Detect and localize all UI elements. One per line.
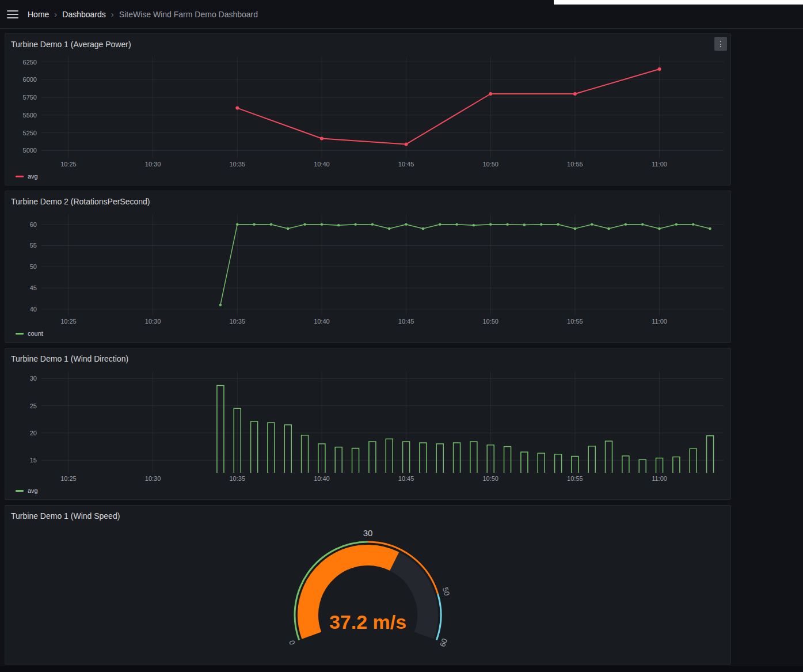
svg-text:10:45: 10:45 [398, 475, 414, 482]
svg-text:15: 15 [30, 457, 37, 464]
legend-swatch [16, 176, 24, 177]
bar-chart-wind-direction[interactable]: 10:2510:3010:3510:4010:4510:5010:5511:00… [10, 368, 727, 485]
svg-text:10:45: 10:45 [398, 318, 414, 325]
legend-swatch [16, 333, 24, 335]
timeseries-chart-average-power[interactable]: 10:2510:3010:3510:4010:4510:5010:5511:00… [10, 54, 727, 171]
legend-label[interactable]: avg [28, 487, 38, 494]
svg-text:6000: 6000 [23, 76, 37, 83]
svg-text:10:50: 10:50 [482, 161, 498, 168]
svg-text:5000: 5000 [23, 147, 37, 154]
svg-text:11:00: 11:00 [652, 161, 667, 168]
breadcrumb-separator-icon: › [54, 10, 57, 18]
svg-text:10:55: 10:55 [567, 318, 583, 325]
kebab-icon: ⋮ [717, 39, 725, 48]
svg-text:10:55: 10:55 [567, 161, 583, 168]
panel-header: Turbine Demo 1 (Wind Speed) [10, 510, 726, 525]
svg-text:55: 55 [30, 242, 37, 249]
svg-text:11:00: 11:00 [652, 475, 667, 482]
panel-title[interactable]: Turbine Demo 1 (Wind Speed) [10, 510, 120, 522]
panel-title[interactable]: Turbine Demo 2 (RotationsPerSecond) [10, 196, 150, 207]
svg-text:10:40: 10:40 [314, 318, 330, 325]
svg-text:10:40: 10:40 [314, 475, 330, 482]
panel-header: Turbine Demo 1 (Average Power) ⋮ [10, 39, 726, 54]
svg-text:10:30: 10:30 [145, 475, 161, 482]
svg-text:10:50: 10:50 [482, 475, 498, 482]
panel-title[interactable]: Turbine Demo 1 (Average Power) [10, 39, 131, 50]
timeseries-chart-rotations[interactable]: 10:2510:3010:3510:4010:4510:5010:5511:00… [10, 211, 727, 328]
gauge-chart-wind-speed: 030506037.2 m/s [10, 525, 727, 660]
svg-text:10:25: 10:25 [60, 475, 77, 482]
svg-text:5250: 5250 [23, 130, 37, 136]
svg-text:6250: 6250 [23, 59, 37, 66]
svg-text:37.2 m/s: 37.2 m/s [329, 611, 406, 633]
panel-menu-button[interactable]: ⋮ [714, 37, 727, 51]
svg-text:25: 25 [30, 403, 37, 409]
panel-wind-direction: Turbine Demo 1 (Wind Direction) 10:2510:… [5, 348, 731, 500]
legend[interactable]: count [10, 329, 726, 338]
svg-text:5500: 5500 [23, 112, 37, 119]
svg-text:40: 40 [30, 306, 37, 313]
breadcrumb: Home › Dashboards › SiteWise Wind Farm D… [28, 10, 258, 19]
svg-text:10:25: 10:25 [60, 161, 77, 168]
svg-text:20: 20 [30, 430, 37, 436]
breadcrumb-item-dashboards[interactable]: Dashboards [62, 10, 106, 19]
svg-text:10:25: 10:25 [60, 318, 77, 325]
svg-text:5750: 5750 [23, 94, 37, 101]
svg-text:10:35: 10:35 [229, 161, 245, 168]
dashboard-grid: Turbine Demo 1 (Average Power) ⋮ 10:2510… [0, 29, 731, 672]
svg-text:11:00: 11:00 [652, 318, 667, 325]
browser-artifact [554, 0, 803, 5]
svg-text:60: 60 [30, 221, 37, 228]
svg-text:30: 30 [30, 375, 37, 382]
svg-text:0: 0 [287, 639, 297, 646]
svg-text:10:35: 10:35 [229, 475, 245, 482]
breadcrumb-separator-icon: › [111, 10, 114, 18]
legend[interactable]: avg [10, 486, 726, 495]
svg-text:10:30: 10:30 [145, 318, 161, 325]
legend-label[interactable]: avg [28, 173, 38, 180]
legend[interactable]: avg [10, 172, 726, 181]
svg-text:10:40: 10:40 [314, 161, 330, 168]
svg-text:10:45: 10:45 [398, 161, 414, 168]
panel-title[interactable]: Turbine Demo 1 (Wind Direction) [10, 353, 128, 365]
svg-text:60: 60 [438, 637, 449, 648]
breadcrumb-item-home[interactable]: Home [28, 10, 49, 19]
svg-text:50: 50 [441, 586, 452, 597]
legend-swatch [16, 490, 24, 492]
panel-header: Turbine Demo 2 (RotationsPerSecond) [10, 196, 726, 211]
breadcrumb-item-current: SiteWise Wind Farm Demo Dashboard [119, 10, 258, 19]
panel-wind-speed: Turbine Demo 1 (Wind Speed) 030506037.2 … [5, 505, 731, 665]
legend-label[interactable]: count [28, 330, 43, 337]
bottom-edge [0, 666, 803, 672]
hamburger-menu-icon[interactable] [7, 8, 18, 21]
svg-text:10:55: 10:55 [567, 475, 583, 482]
svg-text:45: 45 [30, 284, 37, 291]
panel-rotations-per-second: Turbine Demo 2 (RotationsPerSecond) 10:2… [5, 191, 731, 343]
svg-text:30: 30 [363, 528, 373, 538]
panel-header: Turbine Demo 1 (Wind Direction) [10, 353, 726, 368]
panel-average-power: Turbine Demo 1 (Average Power) ⋮ 10:2510… [5, 33, 731, 185]
svg-text:10:50: 10:50 [482, 318, 498, 325]
svg-text:50: 50 [30, 263, 37, 270]
svg-text:10:35: 10:35 [229, 318, 245, 325]
svg-text:10:30: 10:30 [145, 161, 161, 168]
